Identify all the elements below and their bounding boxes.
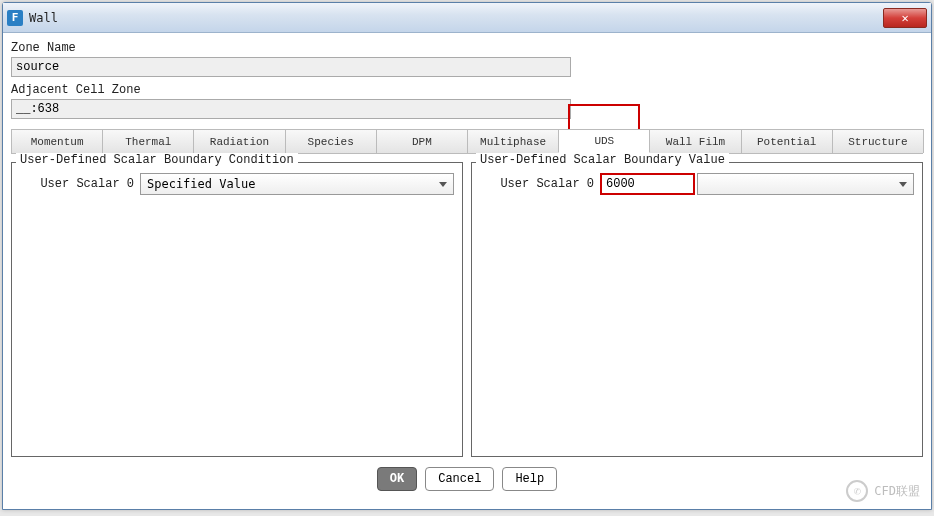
tab-thermal[interactable]: Thermal [102, 129, 194, 153]
bv-row-label: User Scalar 0 [480, 177, 600, 191]
bv-input[interactable] [600, 173, 695, 195]
bottom-bar: OK Cancel Help [11, 457, 923, 503]
bv-type-select[interactable] [697, 173, 914, 195]
content-area: Zone Name Adjacent Cell Zone Momentum Th… [3, 33, 931, 509]
cancel-button[interactable]: Cancel [425, 467, 494, 491]
tab-momentum[interactable]: Momentum [11, 129, 103, 153]
close-button[interactable]: ✕ [883, 8, 927, 28]
tab-bar: Momentum Thermal Radiation Species DPM M… [11, 129, 923, 154]
window-title: Wall [29, 11, 883, 25]
chevron-down-icon [439, 182, 447, 187]
bc-row: User Scalar 0 Specified Value [12, 163, 462, 195]
help-button[interactable]: Help [502, 467, 557, 491]
adjacent-zone-label: Adjacent Cell Zone [11, 83, 923, 97]
boundary-value-panel: User-Defined Scalar Boundary Value User … [471, 162, 923, 457]
close-icon: ✕ [901, 11, 908, 25]
tab-potential[interactable]: Potential [741, 129, 833, 153]
tab-wallfilm[interactable]: Wall Film [649, 129, 741, 153]
titlebar[interactable]: F Wall ✕ [3, 3, 931, 33]
bc-panel-title: User-Defined Scalar Boundary Condition [16, 153, 298, 167]
bc-select[interactable]: Specified Value [140, 173, 454, 195]
bc-row-label: User Scalar 0 [20, 177, 140, 191]
tab-species[interactable]: Species [285, 129, 377, 153]
ok-button[interactable]: OK [377, 467, 417, 491]
tab-multiphase[interactable]: Multiphase [467, 129, 559, 153]
app-icon: F [7, 10, 23, 26]
panel-area: User-Defined Scalar Boundary Condition U… [11, 162, 923, 457]
zone-name-input[interactable] [11, 57, 571, 77]
tab-structure[interactable]: Structure [832, 129, 924, 153]
tab-dpm[interactable]: DPM [376, 129, 468, 153]
tab-radiation[interactable]: Radiation [193, 129, 285, 153]
chevron-down-icon [899, 182, 907, 187]
tab-uds[interactable]: UDS [558, 129, 650, 153]
zone-name-label: Zone Name [11, 41, 923, 55]
bc-select-value: Specified Value [147, 177, 255, 191]
wall-dialog: F Wall ✕ Zone Name Adjacent Cell Zone Mo… [2, 2, 932, 510]
boundary-condition-panel: User-Defined Scalar Boundary Condition U… [11, 162, 463, 457]
bv-panel-title: User-Defined Scalar Boundary Value [476, 153, 729, 167]
adjacent-zone-input[interactable] [11, 99, 571, 119]
bv-row: User Scalar 0 [472, 163, 922, 195]
